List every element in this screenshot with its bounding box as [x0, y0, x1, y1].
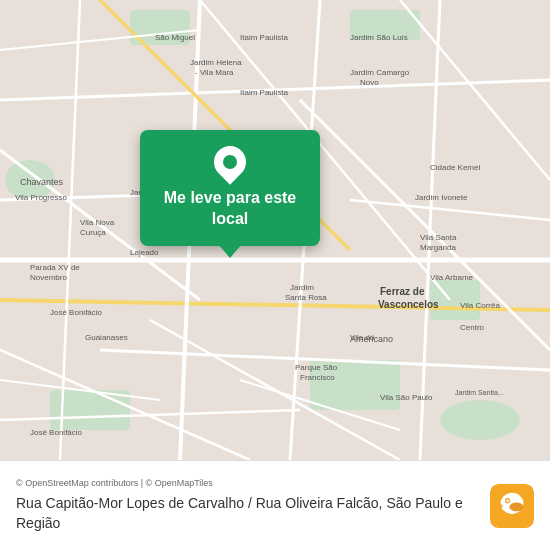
svg-text:Vila São Paulo: Vila São Paulo — [380, 393, 433, 402]
address-text: Rua Capitão-Mor Lopes de Carvalho / Rua … — [16, 494, 478, 533]
svg-text:Novembro: Novembro — [30, 273, 67, 282]
svg-text:José Bonifácio: José Bonifácio — [30, 428, 83, 437]
svg-text:Parada XV de: Parada XV de — [30, 263, 80, 272]
svg-text:Parque São: Parque São — [295, 363, 338, 372]
svg-text:Curuça: Curuça — [80, 228, 106, 237]
svg-text:São Miguel: São Miguel — [155, 33, 195, 42]
svg-text:Jardim: Jardim — [290, 283, 314, 292]
svg-text:Ferraz de: Ferraz de — [380, 286, 425, 297]
svg-text:Cidade Kemel: Cidade Kemel — [430, 163, 480, 172]
svg-text:Chavantes: Chavantes — [20, 177, 64, 187]
map-attribution: © OpenStreetMap contributors | © OpenMap… — [16, 478, 478, 488]
svg-text:Santa Rosa: Santa Rosa — [285, 293, 327, 302]
svg-text:Jardim Santia...: Jardim Santia... — [455, 389, 504, 396]
svg-text:Margarida: Margarida — [420, 243, 457, 252]
svg-point-1 — [440, 400, 520, 440]
svg-text:Guaianases: Guaianases — [85, 333, 128, 342]
svg-text:Vila Nova: Vila Nova — [80, 218, 115, 227]
svg-text:Novo: Novo — [360, 78, 379, 87]
popup-label: Me leve para este local — [160, 188, 300, 230]
svg-text:Lajeado: Lajeado — [130, 248, 159, 257]
moovit-logo-svg — [490, 484, 534, 528]
map-container: Chavantes Vila Progresso Vila Nova Curuç… — [0, 0, 550, 460]
pin-icon — [207, 139, 252, 184]
svg-text:Centro: Centro — [460, 323, 485, 332]
svg-text:Vila Arbame: Vila Arbame — [430, 273, 474, 282]
svg-text:Vila Progresso: Vila Progresso — [15, 193, 67, 202]
svg-text:Americano: Americano — [350, 334, 393, 344]
svg-text:Vila Corrêa: Vila Corrêa — [460, 301, 500, 310]
location-popup[interactable]: Me leve para este local — [140, 130, 320, 246]
svg-text:Jardim Camargo: Jardim Camargo — [350, 68, 410, 77]
svg-text:Vasconcelos: Vasconcelos — [378, 299, 439, 310]
footer-text-block: © OpenStreetMap contributors | © OpenMap… — [16, 478, 478, 533]
svg-text:Jardim Ivonete: Jardim Ivonete — [415, 193, 468, 202]
svg-text:Jardim Helena: Jardim Helena — [190, 58, 242, 67]
svg-text:Vila Santa: Vila Santa — [420, 233, 457, 242]
svg-text:Itaim Paulista: Itaim Paulista — [240, 88, 289, 97]
svg-text:Francisco: Francisco — [300, 373, 335, 382]
svg-point-71 — [509, 502, 523, 511]
moovit-logo — [490, 484, 534, 528]
footer: © OpenStreetMap contributors | © OpenMap… — [0, 460, 550, 550]
svg-point-70 — [506, 499, 509, 502]
svg-text:José Bonifácio: José Bonifácio — [50, 308, 103, 317]
svg-text:- Vila Mara: - Vila Mara — [195, 68, 234, 77]
svg-text:Jardim São Luís: Jardim São Luís — [350, 33, 408, 42]
svg-text:Itaim Paulista: Itaim Paulista — [240, 33, 289, 42]
